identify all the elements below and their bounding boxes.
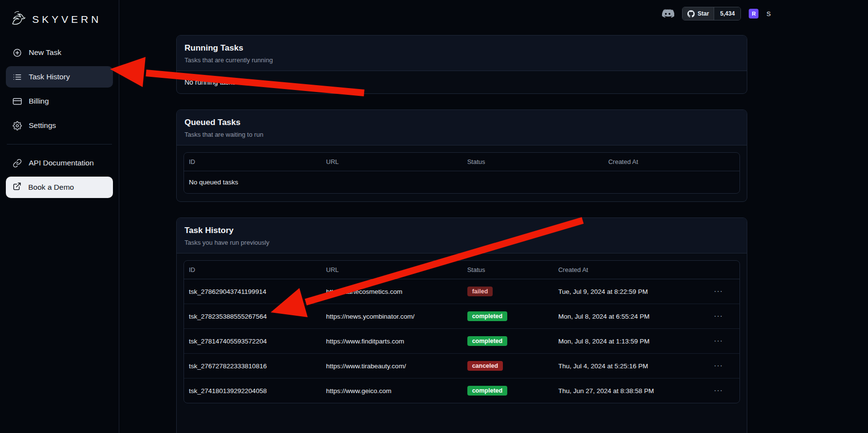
card-title: Task History xyxy=(185,226,739,235)
task-id: tsk_278235388555267564 xyxy=(184,304,321,329)
github-icon xyxy=(687,10,695,18)
list-icon xyxy=(13,72,22,82)
discord-icon[interactable] xyxy=(661,9,674,19)
table-row: No queued tasks xyxy=(184,171,739,194)
status-badge: completed xyxy=(467,386,508,396)
link-icon xyxy=(13,159,22,168)
github-star-widget[interactable]: Star 5,434 xyxy=(682,7,741,20)
column-header-actions xyxy=(709,261,739,279)
skyvern-logo-icon xyxy=(9,9,28,30)
task-url: https://www.finditparts.com xyxy=(321,329,462,354)
sidebar: SKYVERN New Task Task History Billing Se… xyxy=(0,0,119,433)
book-a-demo-button[interactable]: Book a Demo xyxy=(6,177,113,198)
table-header-row: ID URL Status Created At xyxy=(184,153,739,171)
status-badge: completed xyxy=(467,336,508,346)
main-content: Running Tasks Tasks that are currently r… xyxy=(176,0,747,433)
column-header-url: URL xyxy=(321,261,462,279)
status-badge: failed xyxy=(467,287,493,296)
column-header-status: Status xyxy=(462,153,604,171)
queued-tasks-header: Queued Tasks Tasks that are waiting to r… xyxy=(177,110,747,145)
task-history-table: ID URL Status Created At tsk_27862904374… xyxy=(184,260,740,403)
table-row[interactable]: tsk_278629043741199914 https://tartecosm… xyxy=(184,279,739,304)
running-tasks-empty-state: No running tasks xyxy=(177,71,747,93)
task-url: https://www.tirabeauty.com/ xyxy=(321,354,462,379)
gear-icon xyxy=(13,121,22,130)
task-created-at: Thu, Jun 27, 2024 at 8:38:58 PM xyxy=(554,379,709,403)
task-created-at: Tue, Jul 9, 2024 at 8:22:59 PM xyxy=(554,279,709,304)
sidebar-divider xyxy=(7,144,112,144)
sidebar-item-label: API Documentation xyxy=(29,159,94,167)
task-history-header: Task History Tasks you have run previous… xyxy=(177,218,747,253)
card-title: Queued Tasks xyxy=(185,118,739,127)
avatar-initial: R xyxy=(752,11,756,17)
table-row[interactable]: tsk_274180139292204058 https://www.geico… xyxy=(184,379,739,403)
column-header-created-at: Created At xyxy=(603,153,739,171)
card-subtitle: Tasks you have run previously xyxy=(185,239,739,246)
brand-name: SKYVERN xyxy=(32,14,101,25)
task-id: tsk_274180139292204058 xyxy=(184,379,321,403)
row-actions-button[interactable]: ··· xyxy=(714,312,723,321)
row-actions-button[interactable]: ··· xyxy=(714,287,723,296)
task-id: tsk_278629043741199914 xyxy=(184,279,321,304)
task-created-at: Thu, Jul 4, 2024 at 5:25:16 PM xyxy=(554,354,709,379)
sidebar-item-label: Task History xyxy=(29,72,70,81)
row-actions-button[interactable]: ··· xyxy=(714,361,723,370)
sidebar-item-label: Settings xyxy=(29,121,56,130)
task-url: https://news.ycombinator.com/ xyxy=(321,304,462,329)
card-subtitle: Tasks that are currently running xyxy=(185,56,739,64)
sidebar-item-billing[interactable]: Billing xyxy=(6,90,113,112)
user-name-partial: S xyxy=(766,10,771,18)
status-badge: completed xyxy=(467,311,508,321)
column-header-id: ID xyxy=(184,261,321,279)
column-header-id: ID xyxy=(184,153,321,171)
table-header-row: ID URL Status Created At xyxy=(184,261,739,279)
external-link-icon xyxy=(13,182,21,193)
column-header-created-at: Created At xyxy=(554,261,709,279)
github-star-label: Star xyxy=(698,10,709,17)
sidebar-item-label: New Task xyxy=(29,48,61,57)
card-subtitle: Tasks that are waiting to run xyxy=(185,131,739,138)
running-tasks-header: Running Tasks Tasks that are currently r… xyxy=(177,36,747,71)
credit-card-icon xyxy=(13,97,22,106)
task-url: https://tartecosmetics.com xyxy=(321,279,462,304)
table-row[interactable]: tsk_278147405593572204 https://www.findi… xyxy=(184,329,739,354)
task-id: tsk_278147405593572204 xyxy=(184,329,321,354)
task-history-card: Task History Tasks you have run previous… xyxy=(176,217,747,433)
sidebar-item-api-documentation[interactable]: API Documentation xyxy=(6,152,113,174)
task-created-at: Mon, Jul 8, 2024 at 1:13:59 PM xyxy=(554,329,709,354)
sidebar-item-task-history[interactable]: Task History xyxy=(6,66,113,88)
queued-tasks-empty-state: No queued tasks xyxy=(184,171,739,194)
plus-circle-icon xyxy=(13,48,22,57)
sidebar-item-new-task[interactable]: New Task xyxy=(6,42,113,63)
task-id: tsk_276727822333810816 xyxy=(184,354,321,379)
table-row[interactable]: tsk_276727822333810816 https://www.tirab… xyxy=(184,354,739,379)
row-actions-button[interactable]: ··· xyxy=(714,386,723,395)
task-created-at: Mon, Jul 8, 2024 at 6:55:24 PM xyxy=(554,304,709,329)
book-a-demo-label: Book a Demo xyxy=(28,183,74,192)
sidebar-item-label: Billing xyxy=(29,97,49,106)
sidebar-item-settings[interactable]: Settings xyxy=(6,115,113,136)
queued-tasks-table: ID URL Status Created At No queued tasks xyxy=(184,152,740,194)
status-badge: canceled xyxy=(467,361,503,371)
brand: SKYVERN xyxy=(6,8,113,42)
column-header-status: Status xyxy=(462,261,554,279)
row-actions-button[interactable]: ··· xyxy=(714,337,723,345)
queued-tasks-card: Queued Tasks Tasks that are waiting to r… xyxy=(176,109,747,202)
topbar: Star 5,434 R S xyxy=(661,7,771,20)
card-title: Running Tasks xyxy=(185,43,739,53)
table-row[interactable]: tsk_278235388555267564 https://news.ycom… xyxy=(184,304,739,329)
avatar[interactable]: R xyxy=(749,9,758,18)
running-tasks-card: Running Tasks Tasks that are currently r… xyxy=(176,35,747,94)
column-header-url: URL xyxy=(321,153,462,171)
github-star-count: 5,434 xyxy=(714,7,740,20)
task-url: https://www.geico.com xyxy=(321,379,462,403)
